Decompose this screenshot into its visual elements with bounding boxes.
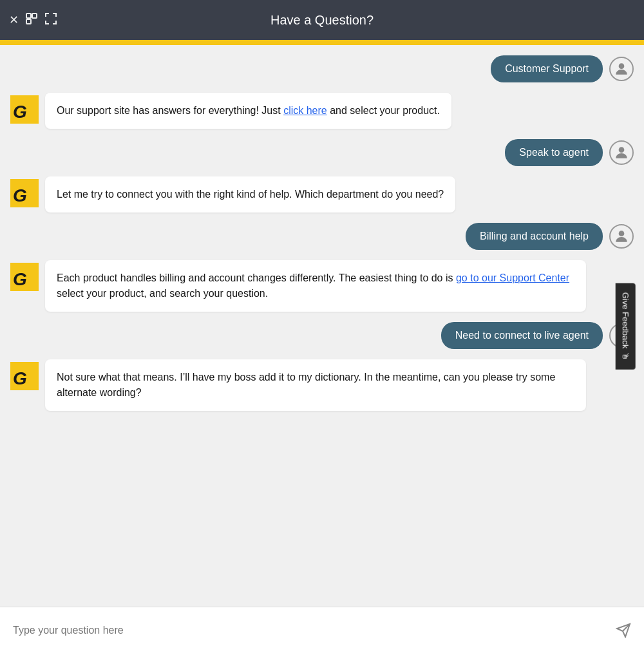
bot-bubble: Each product handles billing and account… [45, 260, 586, 312]
user-bubble: Speak to agent [505, 139, 603, 166]
chat-header: ✕ Have a Question? [0, 0, 644, 40]
user-avatar [609, 224, 634, 249]
bot-message-row: G Our support site has answers for every… [10, 93, 634, 129]
bot-message-row: G Let me try to connect you with the rig… [10, 176, 634, 213]
header-controls: ✕ [9, 12, 57, 28]
user-bubble: Need to connect to live agent [441, 322, 603, 349]
user-message-row: Need to connect to live agent [10, 322, 634, 349]
user-message-row: Customer Support [10, 55, 634, 82]
page-title: Have a Question? [270, 13, 374, 28]
feedback-cursor-icon: 🖱 [620, 352, 630, 361]
feedback-label: Give Feedback [620, 292, 630, 348]
svg-rect-0 [26, 14, 31, 18]
top-strip [0, 40, 644, 45]
bot-bubble: Our support site has answers for everyth… [45, 93, 451, 129]
bot-avatar: G [10, 95, 39, 124]
user-avatar [609, 57, 634, 81]
user-bubble: Billing and account help [466, 223, 603, 250]
bot-bubble: Let me try to connect you with the right… [45, 176, 455, 213]
message-input[interactable] [13, 625, 608, 636]
user-bubble: Customer Support [491, 55, 603, 82]
send-button[interactable] [616, 623, 631, 638]
send-icon [616, 623, 631, 638]
chat-area: Customer Support G Our support site has … [0, 45, 644, 607]
bot-avatar: G [10, 263, 39, 291]
input-area [0, 607, 644, 653]
bot-link[interactable]: go to our Support Center [456, 272, 569, 283]
fullscreen-icon[interactable] [44, 12, 57, 28]
user-avatar [609, 140, 634, 165]
bot-message-row: G Each product handles billing and accou… [10, 260, 634, 312]
close-icon[interactable]: ✕ [9, 13, 19, 27]
svg-point-5 [619, 231, 625, 236]
bot-avatar: G [10, 179, 39, 207]
feedback-tab[interactable]: Give Feedback 🖱 [615, 283, 635, 370]
svg-rect-1 [32, 14, 37, 18]
user-message-row: Speak to agent [10, 139, 634, 166]
svg-rect-2 [26, 19, 31, 24]
svg-point-3 [619, 63, 625, 69]
user-message-row: Billing and account help [10, 223, 634, 250]
bot-link[interactable]: click here [283, 105, 327, 116]
bot-avatar: G [10, 362, 39, 390]
bot-bubble: Not sure what that means. I’ll have my b… [45, 359, 586, 411]
bot-message-row: G Not sure what that means. I’ll have my… [10, 359, 634, 411]
svg-point-4 [619, 147, 625, 153]
expand-icon[interactable] [25, 12, 38, 28]
